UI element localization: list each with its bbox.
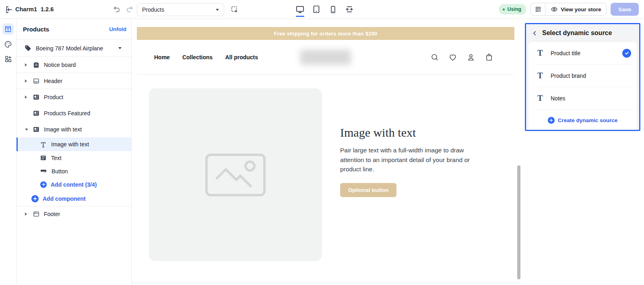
undo-button[interactable]: [113, 5, 121, 13]
tree-child-text[interactable]: Text: [17, 151, 131, 164]
section-card-icon: [33, 126, 39, 133]
header-section-icon: [33, 78, 39, 84]
exit-editor-button[interactable]: [4, 4, 14, 15]
nav-link-collections[interactable]: Collections: [182, 54, 213, 60]
view-store-button[interactable]: View your store: [545, 3, 606, 15]
wishlist-heart-icon[interactable]: [448, 53, 457, 62]
store-page: Free shipping for orders more than $200 …: [137, 27, 514, 282]
tree-child-button[interactable]: Button: [17, 164, 131, 178]
chevron-right-icon[interactable]: [25, 79, 29, 83]
page-selector-dropdown[interactable]: Products: [137, 3, 224, 16]
scrollbar-thumb[interactable]: [517, 165, 520, 279]
store-logo-blurred: [300, 50, 351, 64]
tree-panel-title: Products: [23, 26, 49, 33]
tree-item-label: Products Featured: [44, 110, 90, 116]
page-selector-value: Products: [142, 6, 164, 13]
select-element-icon: [230, 5, 239, 14]
nav-link-all-products[interactable]: All products: [225, 54, 258, 60]
text-heading-icon: [40, 141, 46, 148]
save-button[interactable]: Save: [611, 3, 639, 16]
add-component-label: Add component: [43, 196, 86, 202]
image-with-text-section[interactable]: Image with text Pair large text with a f…: [137, 75, 514, 282]
product-picker-row[interactable]: Boeing 787 Model Airplane: [17, 40, 131, 57]
selected-check-icon: [622, 49, 631, 58]
section-body-text: Pair large text with a full-width image …: [340, 146, 475, 174]
app-title: Charm11.2.6: [15, 6, 54, 12]
fit-width-preview-button[interactable]: [345, 4, 354, 14]
store-header: Home Collections All products: [137, 40, 514, 75]
tree-item-label: Image with text: [44, 126, 82, 133]
dynamic-source-option-product-brand[interactable]: T Product brand: [528, 64, 637, 87]
store-header-icons: [430, 40, 493, 74]
add-content-link[interactable]: Add content (3/4): [17, 178, 131, 191]
editor-rail: [0, 19, 17, 285]
rail-item-apps[interactable]: [2, 53, 14, 64]
tree-child-image-with-text[interactable]: Image with text: [17, 137, 131, 151]
section-card-icon: [33, 110, 39, 116]
select-element-tool-button[interactable]: [230, 5, 239, 14]
account-icon[interactable]: [466, 53, 475, 62]
dynamic-source-option-notes[interactable]: T Notes: [528, 87, 637, 109]
dynamic-source-option-product-title[interactable]: T Product title: [528, 42, 637, 64]
announcement-bar[interactable]: Free shipping for orders more than $200: [137, 27, 514, 40]
tree-item-label: Notice board: [44, 62, 76, 68]
unfold-link[interactable]: Unfold: [109, 26, 126, 32]
option-label: Notes: [551, 95, 566, 102]
tag-icon: [25, 45, 31, 52]
sections-layout-icon: [4, 25, 12, 33]
search-icon[interactable]: [430, 53, 439, 62]
redo-button[interactable]: [126, 5, 134, 13]
option-label: Product brand: [551, 73, 586, 79]
store-nav: Home Collections All products: [154, 40, 258, 74]
undo-icon: [113, 5, 121, 13]
canvas-scrollbar[interactable]: [517, 19, 520, 282]
desktop-preview-button[interactable]: [295, 4, 305, 14]
add-content-label: Add content (3/4): [51, 181, 97, 188]
text-type-icon: T: [537, 48, 544, 58]
qr-code-button[interactable]: [531, 3, 545, 15]
fit-width-icon: [345, 5, 354, 14]
chevron-right-icon[interactable]: [25, 212, 29, 216]
create-dynamic-source-link[interactable]: Create dynamic source: [528, 110, 637, 130]
optional-button[interactable]: Optional button: [340, 183, 396, 197]
plus-circle-icon: [548, 117, 555, 124]
apps-plus-icon: [4, 55, 12, 63]
nav-link-home[interactable]: Home: [154, 54, 170, 60]
image-placeholder-icon: [205, 153, 266, 197]
image-placeholder[interactable]: [149, 88, 322, 261]
rail-item-theme-styles[interactable]: [2, 39, 14, 50]
using-badge-label: Using: [507, 6, 521, 12]
image-with-text-copy: Image with text Pair large text with a f…: [340, 126, 485, 197]
tree-item-notice-board[interactable]: Notice board: [17, 57, 131, 73]
add-component-link[interactable]: Add component: [17, 191, 131, 206]
chevron-down-icon[interactable]: [25, 129, 29, 131]
text-type-icon: T: [537, 71, 544, 80]
option-label: Product title: [551, 50, 580, 56]
rail-item-sections[interactable]: [2, 23, 14, 35]
device-preview-switcher: [295, 4, 354, 14]
create-label: Create dynamic source: [558, 117, 618, 123]
store-preview-canvas: Free shipping for orders more than $200 …: [132, 19, 521, 285]
tablet-preview-button[interactable]: [312, 4, 321, 14]
cart-bag-icon[interactable]: [485, 53, 493, 62]
tree-item-products-featured[interactable]: Products Featured: [17, 105, 131, 121]
theme-editor: Charm11.2.6 Products: [0, 0, 644, 285]
canvas-bottom-edge: [132, 282, 521, 285]
footer-section-icon: [33, 211, 39, 217]
app-version: 1.2.6: [41, 6, 54, 12]
tree-item-footer[interactable]: Footer: [17, 206, 131, 222]
mobile-preview-button[interactable]: [328, 4, 338, 14]
desktop-icon: [295, 5, 305, 14]
dynamic-source-list: T Product title T Product brand T Notes: [528, 42, 637, 130]
redo-icon: [126, 5, 134, 13]
chevron-down-icon: [216, 9, 219, 11]
tree-item-product[interactable]: Product: [17, 89, 131, 105]
tree-item-header[interactable]: Header: [17, 73, 131, 89]
tree-child-label: Image with text: [51, 141, 89, 148]
tree-child-label: Button: [52, 168, 68, 175]
tree-item-image-with-text[interactable]: Image with text: [17, 121, 131, 137]
chevron-right-icon[interactable]: [25, 96, 29, 99]
back-button[interactable]: [532, 30, 538, 36]
chevron-right-icon[interactable]: [25, 63, 29, 67]
text-block-icon: [40, 155, 46, 161]
